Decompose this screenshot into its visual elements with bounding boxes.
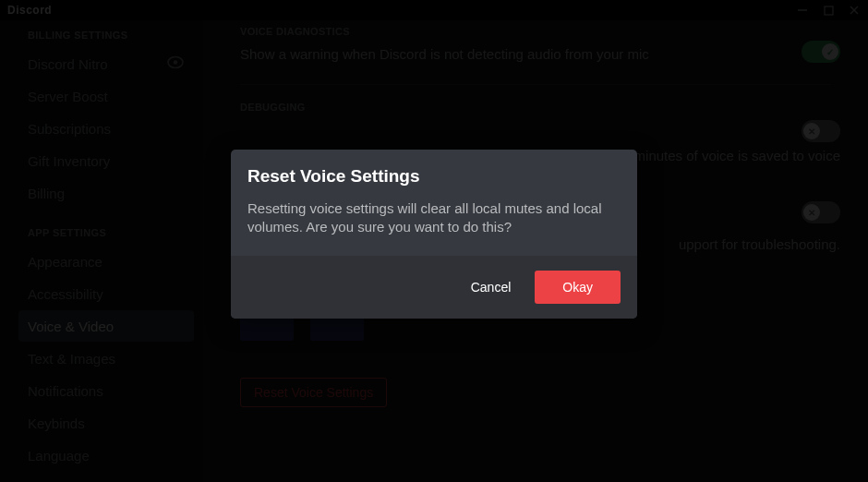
cancel-button[interactable]: Cancel <box>467 274 515 300</box>
modal-body-text: Resetting voice settings will clear all … <box>247 199 621 237</box>
reset-voice-modal: Reset Voice Settings Resetting voice set… <box>231 150 637 319</box>
modal-title: Reset Voice Settings <box>247 166 621 187</box>
okay-button[interactable]: Okay <box>535 271 621 304</box>
modal-overlay[interactable]: Reset Voice Settings Resetting voice set… <box>0 0 868 482</box>
